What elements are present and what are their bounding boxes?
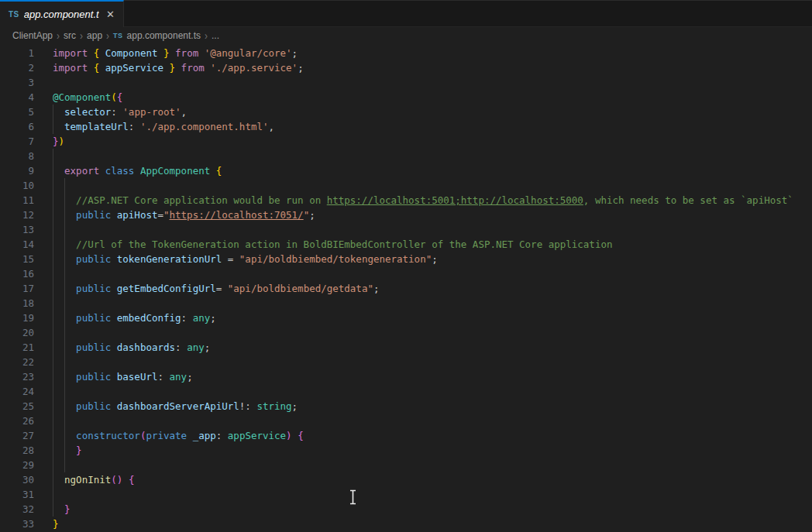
breadcrumb: ClientApp›src›app›TSapp.component.ts›...: [0, 27, 812, 44]
typescript-file-icon: TS: [9, 10, 19, 19]
code-line[interactable]: 24: [0, 384, 812, 399]
code-line[interactable]: 23 public baseUrl: any;: [0, 369, 812, 384]
line-number: 11: [0, 193, 34, 208]
code-line[interactable]: 5 selector: 'app-root',: [0, 105, 812, 119]
code-line[interactable]: 19 public embedConfig: any;: [0, 311, 812, 325]
code-token: :: [216, 430, 228, 441]
code-line-content: [53, 458, 812, 472]
breadcrumb-item-label: src: [64, 30, 76, 41]
code-token: dashboards: [117, 342, 175, 353]
line-number: 19: [0, 311, 34, 325]
code-line[interactable]: 2import { appService } from './app.servi…: [0, 60, 812, 75]
code-line[interactable]: 25 public dashboardServerApiUrl!: string…: [0, 399, 812, 414]
code-token: [111, 400, 117, 412]
code-line-content: export class AppComponent {: [53, 163, 812, 178]
code-line-content: [53, 296, 812, 311]
code-line[interactable]: 11 //ASP.NET Core application would be r…: [0, 193, 812, 208]
line-number: 1: [0, 46, 34, 60]
code-token: ): [286, 430, 292, 441]
code-line[interactable]: 26: [0, 414, 812, 428]
code-line[interactable]: 27 constructor(private _app: appService)…: [0, 428, 812, 443]
code-line-content: [53, 384, 812, 399]
code-line[interactable]: 18: [0, 296, 812, 311]
code-token: [157, 47, 163, 59]
indent-guide: [53, 325, 53, 340]
code-editor[interactable]: 1import { Component } from '@angular/cor…: [0, 44, 812, 531]
indent-guide: [64, 325, 65, 340]
code-token: selector: [64, 106, 111, 118]
code-line[interactable]: 30 ngOnInit() {: [0, 472, 812, 487]
code-line[interactable]: 32 }: [0, 502, 812, 517]
breadcrumb-item[interactable]: app: [87, 30, 102, 41]
code-line[interactable]: 7}): [0, 134, 812, 149]
indent-guide: [53, 399, 53, 414]
code-line[interactable]: 33}: [0, 517, 812, 531]
code-token: public: [76, 283, 111, 294]
code-line[interactable]: 29: [0, 458, 812, 472]
indent-guide: [64, 222, 65, 237]
indent-guide: [53, 414, 53, 428]
breadcrumb-item-label: app.component.ts: [127, 30, 201, 41]
code-token: import: [53, 62, 88, 74]
code-line[interactable]: 10: [0, 178, 812, 193]
code-line[interactable]: 28 }: [0, 443, 812, 458]
code-token: {: [216, 165, 222, 177]
code-line[interactable]: 21 public dashboards: any;: [0, 340, 812, 355]
code-token: baseUrl: [117, 371, 158, 383]
tab-app-component-ts[interactable]: TS app.component.ts ✕: [0, 0, 124, 27]
typescript-file-icon: TS: [113, 32, 123, 39]
code-line[interactable]: 12 public apiHost="https://localhost:705…: [0, 208, 812, 222]
code-token: [111, 371, 117, 383]
code-line[interactable]: 9 export class AppComponent {: [0, 163, 812, 178]
code-line[interactable]: 31: [0, 487, 812, 502]
code-line-content: constructor(private _app: appService) {: [53, 428, 812, 443]
breadcrumb-item-label: app: [87, 30, 102, 41]
tab-bar: TS app.component.ts ✕: [0, 0, 812, 27]
code-token: [88, 47, 94, 59]
code-token: string: [256, 400, 291, 412]
indent-guide: [53, 281, 53, 296]
breadcrumb-item[interactable]: src: [64, 30, 76, 41]
code-line[interactable]: 13: [0, 222, 812, 237]
indent-guide: [64, 266, 65, 281]
code-token: apiHost: [117, 209, 158, 221]
code-line-content: }: [53, 517, 812, 531]
code-token: (: [111, 91, 117, 103]
code-line[interactable]: 16: [0, 266, 812, 281]
breadcrumb-item[interactable]: ClientApp: [12, 30, 53, 41]
line-number: 29: [0, 458, 34, 472]
line-number: 28: [0, 443, 34, 458]
code-line[interactable]: 20: [0, 325, 812, 340]
code-token: :: [157, 371, 169, 383]
indent-guide: [53, 163, 53, 178]
indent-guide: [53, 208, 53, 222]
close-tab-icon[interactable]: ✕: [104, 7, 117, 22]
code-line[interactable]: 1import { Component } from '@angular/cor…: [0, 46, 812, 60]
indent-guide: [64, 178, 65, 193]
line-number: 26: [0, 414, 34, 428]
code-line[interactable]: 6 templateUrl: './app.component.html',: [0, 119, 812, 134]
code-token: from: [181, 62, 205, 74]
code-token: public: [76, 312, 111, 324]
code-token: , which needs to be set as `apiHost`: [583, 194, 793, 206]
code-line[interactable]: 17 public getEmbedConfigUrl= "api/boldbi…: [0, 281, 812, 296]
code-token: getEmbedConfigUrl: [117, 283, 216, 294]
code-line[interactable]: 14 //Url of the TokenGeneration action i…: [0, 237, 812, 252]
code-line[interactable]: 8: [0, 149, 812, 163]
code-token: private: [146, 430, 187, 441]
line-number: 23: [0, 369, 34, 384]
code-line[interactable]: 4@Component({: [0, 90, 812, 105]
code-line[interactable]: 22: [0, 355, 812, 369]
code-token: ;: [210, 312, 216, 324]
breadcrumb-separator-icon: ›: [106, 29, 109, 43]
line-number: 3: [0, 75, 34, 90]
code-token: }: [53, 136, 59, 147]
code-token: embedConfig: [117, 312, 181, 324]
breadcrumb-item[interactable]: TSapp.component.ts: [113, 30, 201, 41]
code-token: "api/boldbiembed/tokengeneration": [239, 253, 432, 265]
code-token: https://localhost:7051/: [170, 209, 304, 221]
code-line[interactable]: 15 public tokenGenerationUrl = "api/bold…: [0, 252, 812, 266]
code-token: !:: [239, 400, 257, 412]
breadcrumb-item[interactable]: ...: [212, 30, 219, 41]
code-line[interactable]: 3: [0, 75, 812, 90]
